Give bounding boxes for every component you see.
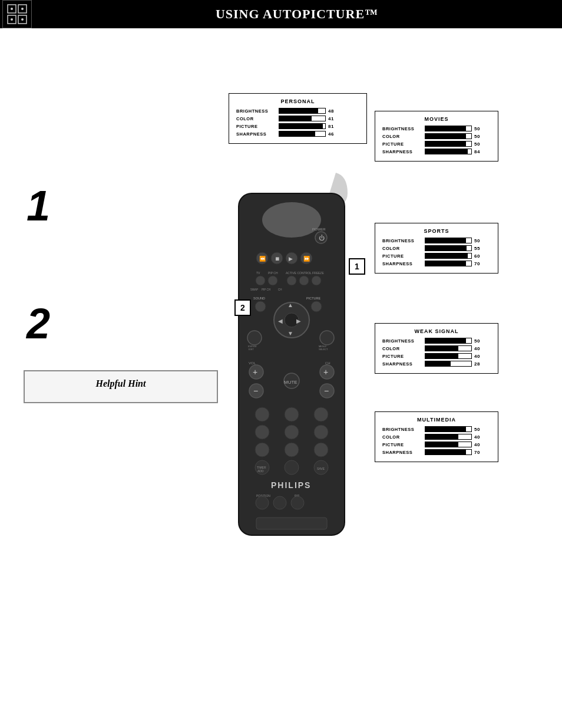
weak-signal-picture-value: 40: [474, 354, 486, 359]
svg-point-70: [314, 443, 328, 457]
svg-text:PICTURE: PICTURE: [306, 297, 320, 300]
movies-picture-row: PICTURE 50: [382, 141, 491, 147]
svg-text:▼: ▼: [287, 330, 293, 337]
svg-point-82: [291, 496, 304, 509]
multimedia-brightness-row: BRIGHTNESS 50: [382, 426, 491, 432]
svg-point-29: [299, 276, 309, 285]
multimedia-title: MULTIMEDIA: [382, 417, 491, 423]
movies-color-label: COLOR: [382, 134, 422, 139]
personal-picture-bar: [279, 124, 323, 129]
sports-picture-bar: [425, 253, 468, 258]
svg-text:SWAP: SWAP: [250, 288, 258, 291]
svg-point-69: [285, 443, 299, 457]
weak-signal-picture-row: PICTURE 40: [382, 353, 491, 359]
svg-text:CH: CH: [278, 288, 282, 291]
weak-signal-brightness-row: BRIGHTNESS 50: [382, 338, 491, 344]
sports-color-bar-container: [425, 245, 472, 251]
movies-color-bar: [425, 134, 466, 139]
sports-brightness-bar-container: [425, 238, 472, 243]
svg-point-5: [21, 8, 24, 10]
svg-point-44: [247, 331, 262, 345]
step-badge-2: 2: [234, 299, 251, 316]
multimedia-color-value: 40: [474, 434, 486, 440]
weak-signal-brightness-bar-container: [425, 338, 472, 344]
svg-point-7: [21, 18, 24, 21]
personal-sharpness-value: 46: [328, 131, 340, 137]
weak-signal-color-value: 40: [474, 346, 486, 351]
multimedia-brightness-label: BRIGHTNESS: [382, 427, 422, 432]
sports-sharpness-row: SHARPNESS 70: [382, 261, 491, 266]
page-title: Using AutoPicture™: [32, 6, 562, 22]
svg-text:PHILIPS: PHILIPS: [271, 480, 311, 490]
svg-text:−: −: [253, 386, 258, 396]
step-2-number: 2: [27, 299, 50, 348]
svg-text:▲: ▲: [287, 302, 293, 308]
personal-brightness-bar: [279, 108, 318, 113]
multimedia-brightness-bar: [425, 427, 466, 431]
sports-color-row: COLOR 55: [382, 245, 491, 251]
movies-color-bar-container: [425, 133, 472, 139]
personal-brightness-value: 48: [328, 108, 340, 114]
movies-brightness-value: 50: [474, 126, 486, 131]
multimedia-picture-bar-container: [425, 442, 472, 447]
svg-point-6: [11, 18, 13, 21]
personal-color-value: 41: [328, 116, 340, 121]
sports-title: SPORTS: [382, 228, 491, 234]
sports-sharpness-value: 70: [474, 261, 486, 266]
svg-text:⏻: ⏻: [319, 235, 325, 241]
svg-text:ACTIVE CONTROL: ACTIVE CONTROL: [286, 271, 312, 275]
weak-signal-picture-label: PICTURE: [382, 354, 422, 359]
multimedia-sharpness-value: 70: [474, 450, 486, 455]
multimedia-sharpness-row: SHARPNESS 70: [382, 449, 491, 455]
svg-point-81: [273, 496, 286, 509]
movies-color-row: COLOR 50: [382, 133, 491, 139]
movies-picture-label: PICTURE: [382, 141, 422, 147]
multimedia-color-bar: [425, 434, 458, 439]
personal-color-bar: [279, 116, 312, 121]
svg-text:+: +: [253, 367, 257, 377]
movies-picture-bar: [425, 141, 466, 146]
svg-text:◀: ◀: [278, 318, 283, 324]
svg-point-64: [314, 407, 328, 421]
personal-sharpness-label: SHARPNESS: [236, 131, 276, 137]
svg-text:+: +: [323, 367, 328, 377]
weak-signal-picture-bar-container: [425, 353, 472, 359]
multimedia-picture-label: PICTURE: [382, 442, 422, 447]
movies-color-value: 50: [474, 134, 486, 139]
weak-signal-sharpness-bar-container: [425, 361, 472, 367]
svg-point-68: [255, 443, 269, 457]
svg-text:FREEZE: FREEZE: [312, 271, 324, 275]
personal-picture-bar-container: [279, 123, 326, 129]
sports-sharpness-bar-container: [425, 261, 472, 266]
sports-sharpness-label: SHARPNESS: [382, 261, 422, 266]
svg-point-67: [314, 425, 328, 439]
personal-picture-row: PICTURE 81: [236, 123, 359, 129]
svg-text:⏩: ⏩: [303, 255, 310, 262]
weak-signal-sharpness-value: 28: [474, 361, 486, 367]
sports-brightness-bar: [425, 238, 466, 243]
multimedia-brightness-bar-container: [425, 426, 472, 432]
personal-color-row: COLOR 41: [236, 116, 359, 121]
personal-panel: PERSONAL BRIGHTNESS 48 COLOR 41 PICTURE …: [229, 93, 367, 144]
svg-text:CH: CH: [325, 361, 330, 365]
header-icon: [2, 0, 32, 28]
personal-brightness-label: BRIGHTNESS: [236, 108, 276, 114]
weak-signal-brightness-bar: [425, 338, 466, 343]
svg-text:PIP CH: PIP CH: [268, 271, 278, 275]
svg-point-27: [268, 276, 277, 285]
weak-signal-brightness-label: BRIGHTNESS: [382, 338, 422, 344]
svg-point-62: [255, 407, 269, 421]
movies-sharpness-bar: [425, 149, 468, 154]
sports-brightness-label: BRIGHTNESS: [382, 238, 422, 243]
page-header: Using AutoPicture™: [0, 0, 562, 28]
personal-color-bar-container: [279, 116, 326, 121]
sports-color-label: COLOR: [382, 246, 422, 251]
movies-brightness-bar: [425, 126, 466, 131]
weak-signal-color-label: COLOR: [382, 346, 422, 351]
step-badge-1: 1: [349, 258, 365, 275]
weak-signal-color-bar-container: [425, 345, 472, 351]
weak-signal-sharpness-bar: [425, 361, 451, 366]
multimedia-picture-row: PICTURE 40: [382, 442, 491, 447]
movies-title: MOVIES: [382, 116, 491, 122]
svg-text:▶: ▶: [289, 256, 293, 262]
